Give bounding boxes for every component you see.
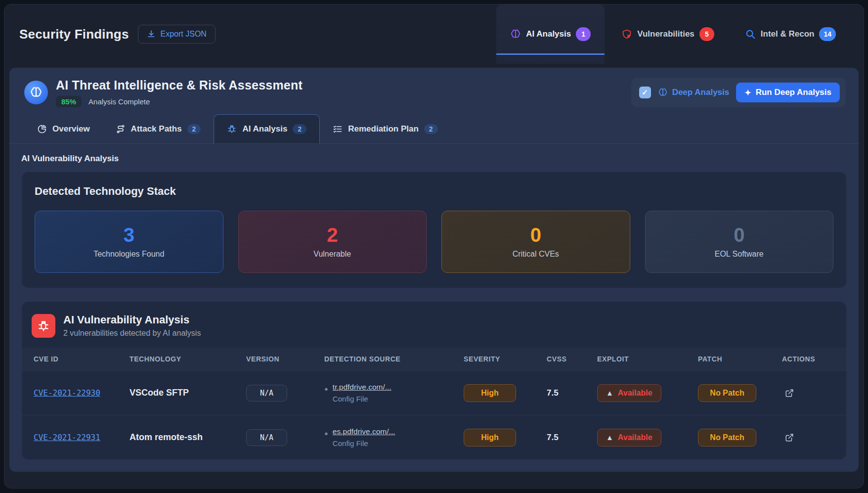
vulnerability-analysis-card: AI Vulnerability Analysis 2 vulnerabilit… xyxy=(21,301,847,460)
brain-icon xyxy=(510,29,521,40)
tab-intel-recon-badge: 14 xyxy=(819,27,836,41)
severity-badge: High xyxy=(464,384,516,402)
stat-technologies-found: 3 Technologies Found xyxy=(35,211,223,273)
version-badge: N/A xyxy=(246,429,287,446)
technology-name: Atom remote-ssh xyxy=(130,432,203,443)
stat-eol-software: 0 EOL Software xyxy=(645,211,834,273)
top-bar: Security Findings Export JSON AI Analysi… xyxy=(4,4,864,64)
ptab-remediation-plan[interactable]: Remediation Plan 2 xyxy=(320,114,450,143)
tech-stack-title: Detected Technology Stack xyxy=(35,185,833,198)
panel-tabs: Overview Attack Paths 2 AI Analysis 2 xyxy=(9,114,859,144)
page: Security Findings Export JSON AI Analysi… xyxy=(0,0,868,493)
export-json-label: Export JSON xyxy=(161,30,207,39)
panel-title: AI Threat Intelligence & Risk Assessment xyxy=(56,78,631,92)
external-link-button[interactable] xyxy=(782,386,797,401)
stat-label: EOL Software xyxy=(715,250,764,259)
ptab-ai-analysis-badge: 2 xyxy=(293,124,306,134)
section-heading: AI Vulnerability Analysis xyxy=(9,144,859,172)
severity-badge: High xyxy=(464,429,516,447)
tab-intel-recon-label: Intel & Recon xyxy=(761,29,815,39)
analysis-status: Analysis Complete xyxy=(88,97,150,106)
ptab-attack-paths-badge: 2 xyxy=(187,124,201,134)
tab-ai-analysis-badge: 1 xyxy=(576,27,591,41)
app-window: Security Findings Export JSON AI Analysi… xyxy=(4,4,864,489)
ptab-attack-paths[interactable]: Attack Paths 2 xyxy=(103,114,214,143)
stat-label: Vulnerable xyxy=(313,250,351,259)
col-actions: ACTIONS xyxy=(782,348,846,370)
progress-badge: 85% xyxy=(56,96,82,107)
deep-analysis-checkbox[interactable]: ✓ xyxy=(639,87,651,98)
warning-icon: ▲︎ xyxy=(606,389,613,397)
exploit-badge: ▲︎ Available xyxy=(597,429,661,447)
stat-value: 0 xyxy=(530,225,541,245)
stat-value: 0 xyxy=(734,225,744,245)
tech-stack-card: Detected Technology Stack 3 Technologies… xyxy=(21,172,847,288)
version-badge: N/A xyxy=(246,385,287,402)
tab-ai-analysis-label: AI Analysis xyxy=(526,29,571,39)
bullet-icon: ● xyxy=(324,385,328,393)
detection-source-link[interactable]: tr.pdfdrive.com/... xyxy=(333,383,391,391)
tech-stack-stats: 3 Technologies Found 2 Vulnerable 0 Crit… xyxy=(35,211,833,273)
stat-label: Critical CVEs xyxy=(513,250,559,259)
stat-vulnerable: 2 Vulnerable xyxy=(238,211,427,273)
cve-link[interactable]: CVE-2021-22931 xyxy=(34,433,100,442)
warning-icon: ▲︎ xyxy=(606,433,613,442)
brain-avatar-icon xyxy=(24,81,48,104)
tab-ai-analysis[interactable]: AI Analysis 1 xyxy=(496,4,605,64)
deep-analysis-label: Deep Analysis xyxy=(672,88,730,97)
brain-small-icon xyxy=(658,88,668,97)
ptab-remediation-plan-badge: 2 xyxy=(424,124,438,134)
patch-badge: No Patch xyxy=(698,429,756,447)
detection-source-type: Config File xyxy=(333,395,391,403)
ptab-ai-analysis[interactable]: AI Analysis 2 xyxy=(214,114,320,143)
detection-source-link[interactable]: es.pdfdrive.com/... xyxy=(333,427,395,436)
top-tabs: AI Analysis 1 Vulnerabilities 5 Intel & … xyxy=(496,4,850,64)
exploit-label: Available xyxy=(618,433,652,442)
stat-critical-cves: 0 Critical CVEs xyxy=(441,211,630,273)
download-icon xyxy=(147,30,156,39)
detection-source-type: Config File xyxy=(333,439,395,448)
cvss-score: 7.5 xyxy=(547,388,559,398)
panel-header: AI Threat Intelligence & Risk Assessment… xyxy=(9,68,859,111)
external-link-button[interactable] xyxy=(782,430,797,445)
pie-chart-icon xyxy=(37,124,47,134)
tab-vulnerabilities-label: Vulnerabilities xyxy=(637,29,694,39)
stat-label: Technologies Found xyxy=(93,250,164,259)
exploit-label: Available xyxy=(618,389,652,398)
table-row: CVE-2021-22931 Atom remote-ssh N/A ● es.… xyxy=(22,415,846,459)
bug-badge-icon xyxy=(32,314,55,338)
route-icon xyxy=(116,124,126,134)
table-row: CVE-2021-22930 VSCode SFTP N/A ● tr.pdfd… xyxy=(22,370,846,415)
ptab-overview[interactable]: Overview xyxy=(24,114,103,143)
exploit-badge: ▲︎ Available xyxy=(597,384,661,402)
col-detection-source: DETECTION SOURCE xyxy=(324,348,464,370)
tab-vulnerabilities-badge: 5 xyxy=(699,27,714,41)
export-json-button[interactable]: Export JSON xyxy=(138,25,216,44)
cve-link[interactable]: CVE-2021-22930 xyxy=(34,388,100,398)
ptab-ai-analysis-label: AI Analysis xyxy=(242,124,287,134)
tab-vulnerabilities[interactable]: Vulnerabilities 5 xyxy=(608,4,728,64)
col-cvss: CVSS xyxy=(547,348,597,370)
col-version: VERSION xyxy=(246,348,324,370)
deep-analysis-box: ✓ Deep Analysis ✦ Run Deep Analysis xyxy=(631,78,846,107)
table-header-row: CVE ID TECHNOLOGY VERSION DETECTION SOUR… xyxy=(22,348,846,370)
ptab-attack-paths-label: Attack Paths xyxy=(131,124,182,134)
col-patch: PATCH xyxy=(698,348,782,370)
bug-icon xyxy=(227,124,237,134)
vulnerability-card-subtitle: 2 vulnerabilities detected by AI analysi… xyxy=(63,329,201,338)
patch-badge: No Patch xyxy=(698,384,756,402)
stat-value: 3 xyxy=(124,225,134,245)
col-exploit: EXPLOIT xyxy=(597,348,698,370)
bullet-icon: ● xyxy=(324,430,328,437)
run-deep-analysis-label: Run Deep Analysis xyxy=(756,88,831,97)
ai-threat-panel: AI Threat Intelligence & Risk Assessment… xyxy=(9,68,859,472)
vulnerability-card-header: AI Vulnerability Analysis 2 vulnerabilit… xyxy=(22,302,846,348)
cvss-score: 7.5 xyxy=(547,433,559,443)
page-title: Security Findings xyxy=(19,27,129,42)
sparkles-icon: ✦ xyxy=(744,88,751,97)
technology-name: VSCode SFTP xyxy=(130,388,189,398)
run-deep-analysis-button[interactable]: ✦ Run Deep Analysis xyxy=(736,83,840,102)
tab-intel-recon[interactable]: Intel & Recon 14 xyxy=(731,4,850,64)
search-icon xyxy=(745,29,756,40)
ptab-remediation-plan-label: Remediation Plan xyxy=(348,124,419,134)
